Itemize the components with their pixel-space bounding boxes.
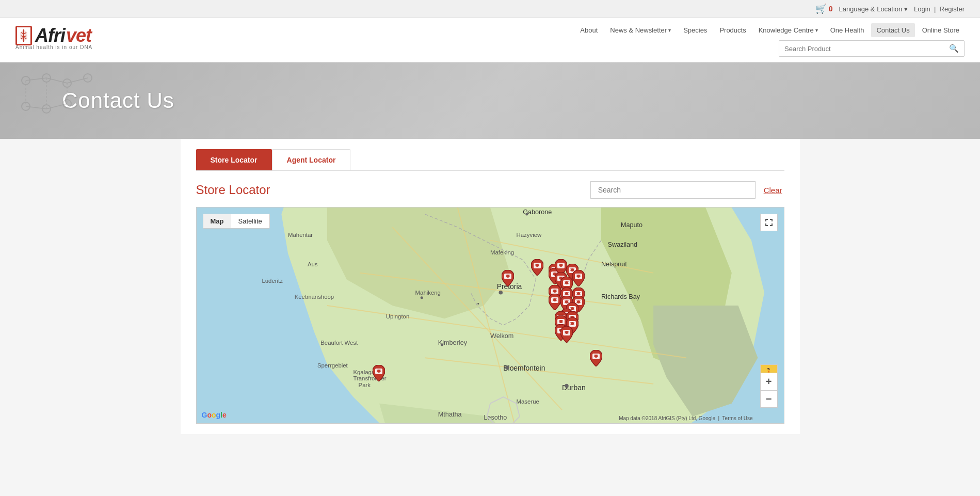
map-type-control: Map Satellite (203, 214, 270, 229)
map-zoom-in-button[interactable]: + (760, 373, 778, 390)
logo-area[interactable]: Afrivet Animal health is in our DNA (15, 25, 108, 56)
svg-point-59 (420, 296, 423, 299)
cart-count: 0 (829, 5, 833, 13)
svg-text:Swaziland: Swaziland (607, 241, 637, 248)
svg-text:Mafeking: Mafeking (490, 249, 513, 255)
tab-store-locator[interactable]: Store Locator (196, 149, 272, 170)
header: Afrivet Animal health is in our DNA Abou… (0, 18, 980, 62)
top-bar: 🛒 0 Language & Location ▾ Login | Regist… (0, 0, 980, 18)
tab-agent-locator[interactable]: Agent Locator (272, 149, 351, 170)
map-zoom-controls: + − (760, 373, 778, 408)
svg-text:Richards Bay: Richards Bay (601, 293, 640, 300)
search-row: 🔍 (124, 40, 965, 57)
svg-text:•: • (477, 300, 479, 307)
svg-text:Bloemfontein: Bloemfontein (503, 364, 545, 372)
svg-text:Mahikeng: Mahikeng (415, 290, 440, 296)
svg-text:Mthatha: Mthatha (438, 411, 462, 418)
svg-text:Welkom: Welkom (490, 332, 513, 340)
svg-text:Park: Park (358, 382, 371, 388)
nav-products[interactable]: Products (714, 23, 751, 37)
search-container: 🔍 (779, 40, 965, 57)
svg-text:Pretoria: Pretoria (496, 282, 522, 291)
svg-text:Mahentar: Mahentar (288, 232, 313, 238)
store-locator-title: Store Locator (196, 183, 270, 197)
nav-online-store[interactable]: Online Store (917, 23, 965, 37)
map-background: Pretoria • Durban Bloemfontein Lesotho N… (197, 207, 784, 423)
terms-of-use-link[interactable]: Terms of Use (722, 415, 753, 421)
hero-banner: Contact Us (0, 62, 980, 139)
nav-contact[interactable]: Contact Us (871, 23, 914, 37)
svg-text:Aus: Aus (307, 261, 317, 267)
register-link[interactable]: Register (940, 5, 965, 13)
logo-tagline: Animal health is in our DNA (15, 44, 92, 50)
language-selector[interactable]: Language & Location ▾ (839, 5, 908, 13)
cart-icon: 🛒 (815, 3, 827, 14)
svg-text:Transfrontier: Transfrontier (353, 375, 386, 381)
svg-text:Nelspruit: Nelspruit (601, 261, 626, 268)
svg-point-56 (505, 365, 509, 370)
nav-news[interactable]: News & Newsletter ▾ (605, 23, 676, 37)
map-type-satellite-button[interactable]: Satellite (231, 214, 269, 228)
nav-menu: About News & Newsletter ▾ Species Produc… (124, 23, 965, 37)
svg-text:Beaufort West: Beaufort West (320, 340, 358, 346)
svg-text:Lüderitz: Lüderitz (262, 278, 283, 284)
store-search-row: Clear (590, 181, 784, 199)
nav-about[interactable]: About (575, 23, 603, 37)
clear-button[interactable]: Clear (762, 186, 784, 195)
svg-text:Upington: Upington (385, 313, 409, 319)
svg-point-54 (499, 291, 503, 295)
logo-text-afri: Afri (35, 25, 65, 46)
svg-point-58 (525, 213, 528, 215)
store-search-input[interactable] (590, 181, 756, 199)
svg-text:Keetmanshoop: Keetmanshoop (294, 294, 334, 300)
main-content: Store Locator Agent Locator Store Locato… (181, 139, 800, 434)
logo-text-vet: vet (66, 25, 91, 46)
tabs-row: Store Locator Agent Locator (196, 149, 784, 171)
map-container: Pretoria • Durban Bloemfontein Lesotho N… (196, 207, 784, 424)
knowledge-dropdown-arrow: ▾ (815, 27, 818, 33)
nav-area: About News & Newsletter ▾ Species Produc… (124, 23, 965, 57)
logo: Afrivet Animal health is in our DNA (15, 25, 103, 56)
logo-icon (15, 26, 32, 45)
svg-text:Hazyview: Hazyview (516, 232, 541, 238)
nav-knowledge[interactable]: Knowledge Centre ▾ (753, 23, 823, 37)
svg-text:Kgalagadi: Kgalagadi (353, 369, 379, 375)
svg-text:Maserue: Maserue (516, 398, 539, 405)
google-logo: Google (202, 411, 227, 419)
map-zoom-out-button[interactable]: − (760, 390, 778, 408)
dna-graphic (15, 70, 98, 123)
news-dropdown-arrow: ▾ (668, 27, 671, 33)
store-locator-header: Store Locator Clear (196, 181, 784, 199)
nav-one-health[interactable]: One Health (825, 23, 870, 37)
map-attribution: Map data ©2018 AfriGIS (Pty) Ltd, Google… (619, 415, 752, 421)
svg-point-55 (565, 384, 569, 388)
search-button[interactable]: 🔍 (944, 41, 964, 56)
map-fullscreen-button[interactable] (760, 214, 778, 231)
svg-text:Maputo: Maputo (620, 221, 642, 229)
login-link[interactable]: Login (914, 5, 930, 13)
svg-text:Sperrgebiet: Sperrgebiet (317, 362, 348, 369)
search-input[interactable] (779, 42, 944, 56)
cart-area[interactable]: 🛒 0 (815, 3, 833, 14)
svg-point-57 (440, 343, 443, 346)
nav-species[interactable]: Species (678, 23, 712, 37)
auth-links: Login | Register (914, 5, 965, 13)
map-type-map-button[interactable]: Map (203, 214, 231, 228)
